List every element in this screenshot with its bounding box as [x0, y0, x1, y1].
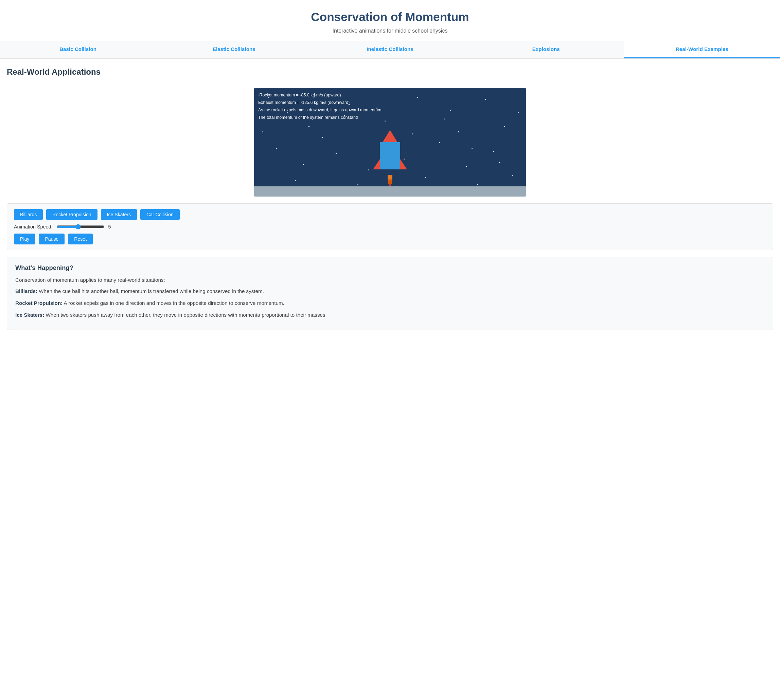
star: [412, 133, 413, 135]
rocket-tip: [382, 130, 398, 142]
exhaust-particle-1: [387, 175, 393, 180]
explanation-rocket: Rocket Propulsion: A rocket expels gas i…: [15, 299, 765, 307]
tab-real-world-examples[interactable]: Real-World Examples: [624, 41, 780, 58]
speed-label: Animation Speed:: [14, 224, 53, 230]
star: [417, 97, 418, 98]
star: [384, 120, 386, 122]
explanation-intro: Conservation of momentum applies to many…: [15, 277, 765, 283]
page-title: Conservation of Momentum: [7, 10, 773, 24]
page-header: Conservation of Momentum Interactive ani…: [0, 0, 780, 41]
star: [493, 151, 494, 152]
explanation-panel: What's Happening? Conservation of moment…: [7, 257, 773, 330]
tab-inelastic-collisions[interactable]: Inelastic Collisions: [312, 41, 468, 58]
explanation-title: What's Happening?: [15, 264, 765, 272]
play-button[interactable]: Play: [14, 233, 35, 244]
ice-skaters-text: When two skaters push away from each oth…: [44, 312, 327, 318]
star: [322, 137, 323, 138]
star: [477, 184, 478, 185]
exhaust-container: [387, 175, 393, 187]
star: [303, 164, 304, 165]
pause-button[interactable]: Pause: [39, 233, 65, 244]
ice-skaters-term: Ice Skaters:: [15, 312, 44, 318]
star: [368, 169, 369, 170]
star: [458, 132, 459, 132]
star: [357, 184, 358, 185]
info-line1: ·Rocket momentum = -85.0 kg·m/s (upward): [258, 92, 382, 99]
scenario-buttons: Billiards Rocket Propulsion Ice Skaters …: [14, 209, 766, 220]
star: [444, 118, 445, 120]
section-header: Real-World Applications: [0, 59, 780, 81]
animation-container: ·Rocket momentum = -85.0 kg·m/s (upward)…: [0, 81, 780, 203]
info-line2: Exhaust momentum = -125.6 kg·m/s (downwa…: [258, 100, 382, 106]
car-collision-button[interactable]: Car Collision: [140, 209, 180, 220]
controls-panel: Billiards Rocket Propulsion Ice Skaters …: [7, 203, 773, 250]
explanation-billiards: Billiards: When the cue ball hits anothe…: [15, 288, 765, 295]
tab-explosions[interactable]: Explosions: [468, 41, 624, 58]
billiards-button[interactable]: Billiards: [14, 209, 43, 220]
speed-value: 5: [109, 224, 111, 230]
playback-buttons: Play Pause Reset: [14, 233, 766, 244]
section-title: Real-World Applications: [7, 67, 773, 77]
star: [309, 126, 309, 127]
star: [262, 132, 263, 132]
star: [439, 142, 440, 143]
star: [450, 110, 451, 111]
rocket-term: Rocket Propulsion:: [15, 300, 62, 306]
explanation-ice-skaters: Ice Skaters: When two skaters push away …: [15, 311, 765, 319]
rocket-fin-right: [400, 159, 407, 169]
billiards-text: When the cue ball hits another ball, mom…: [37, 288, 264, 294]
star: [336, 153, 337, 154]
tab-elastic-collisions[interactable]: Elastic Collisions: [156, 41, 312, 58]
ground: [254, 187, 526, 197]
speed-control: Animation Speed: 5: [14, 224, 766, 230]
info-line3: As the rocket expels mass downward, it g…: [258, 107, 382, 114]
info-line4: The total momentum of the system remains…: [258, 114, 382, 121]
tab-navigation: Basic Collision Elastic Collisions Inela…: [0, 41, 780, 59]
star: [425, 177, 426, 178]
star: [295, 180, 296, 181]
star: [499, 162, 500, 163]
ice-skaters-button[interactable]: Ice Skaters: [101, 209, 137, 220]
page-subtitle: Interactive animations for middle school…: [7, 28, 773, 34]
billiards-term: Billiards:: [15, 288, 37, 294]
star: [504, 126, 505, 127]
rocket-propulsion-button[interactable]: Rocket Propulsion: [46, 209, 97, 220]
reset-button[interactable]: Reset: [68, 233, 93, 244]
exhaust-particle-2: [388, 180, 392, 184]
star: [466, 166, 467, 167]
star: [512, 175, 513, 176]
rocket-main: [380, 142, 400, 169]
star: [518, 112, 519, 113]
rocket-text: A rocket expels gas in one direction and…: [62, 300, 284, 306]
rocket-fin-left: [373, 159, 380, 169]
rocket-canvas: ·Rocket momentum = -85.0 kg·m/s (upward)…: [254, 88, 526, 197]
tab-basic-collision[interactable]: Basic Collision: [0, 41, 156, 58]
star: [485, 99, 486, 100]
star: [276, 148, 277, 149]
speed-slider[interactable]: [57, 224, 104, 230]
star: [471, 148, 473, 149]
rocket: [380, 130, 400, 169]
canvas-info: ·Rocket momentum = -85.0 kg·m/s (upward)…: [258, 92, 382, 122]
